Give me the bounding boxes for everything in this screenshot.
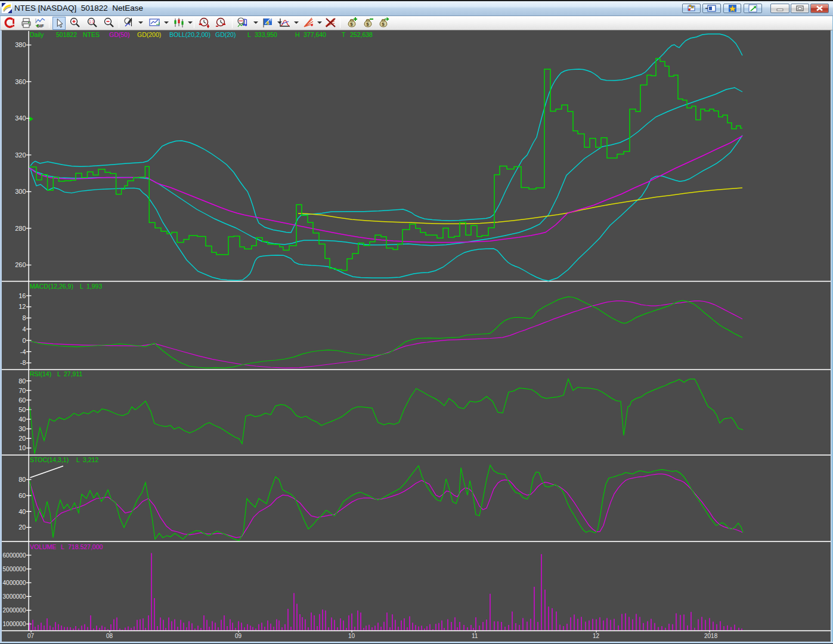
svg-text:-8: -8	[20, 359, 26, 366]
svg-text:GD(50): GD(50)	[109, 31, 129, 38]
svg-text:4: 4	[22, 326, 26, 333]
svg-text:STOC(14,3,1): STOC(14,3,1)	[30, 456, 69, 463]
svg-text:20: 20	[18, 524, 26, 531]
svg-text:11: 11	[472, 633, 478, 639]
svg-text:H: H	[295, 31, 300, 38]
svg-text:16: 16	[18, 292, 26, 299]
svg-text:8: 8	[22, 314, 26, 321]
svg-text:30: 30	[18, 425, 26, 432]
svg-text:377,640: 377,640	[304, 31, 326, 38]
svg-text:501822: 501822	[56, 31, 77, 38]
svg-text:1,993: 1,993	[86, 283, 102, 290]
svg-text:GD(200): GD(200)	[137, 31, 161, 38]
svg-text:252,638: 252,638	[350, 31, 373, 38]
svg-text:L: L	[80, 283, 83, 290]
svg-text:50: 50	[18, 406, 26, 413]
svg-text:L: L	[61, 543, 64, 550]
svg-text:VOLUME: VOLUME	[30, 543, 56, 550]
svg-text:NTES: NTES	[83, 31, 100, 38]
svg-text:300: 300	[15, 188, 26, 195]
svg-text:6000000: 6000000	[3, 552, 26, 559]
svg-text:2000000: 2000000	[3, 607, 26, 614]
svg-text:4000000: 4000000	[3, 580, 26, 586]
svg-text:60: 60	[18, 397, 26, 404]
svg-text:08: 08	[106, 633, 113, 639]
svg-text:$: $	[366, 21, 369, 27]
svg-text:12: 12	[593, 633, 600, 639]
svg-text:2018: 2018	[704, 633, 718, 639]
svg-text:1:1: 1:1	[89, 20, 94, 24]
svg-text:3,212: 3,212	[83, 456, 98, 463]
svg-text:GD(20): GD(20)	[215, 31, 236, 38]
svg-text:260: 260	[15, 261, 26, 268]
svg-text:27,911: 27,911	[64, 370, 82, 377]
svg-text:10: 10	[348, 633, 355, 639]
svg-text:Daily: Daily	[30, 31, 44, 38]
svg-text:RSI(14): RSI(14)	[30, 370, 51, 377]
svg-text:5000000: 5000000	[3, 566, 26, 572]
svg-text:$: $	[350, 21, 353, 27]
svg-text:333,950: 333,950	[255, 31, 277, 38]
svg-text:380: 380	[15, 41, 26, 48]
svg-text:280: 280	[15, 225, 26, 232]
svg-text:$: $	[267, 20, 270, 26]
svg-text:L: L	[76, 456, 80, 463]
svg-text:360: 360	[15, 78, 26, 85]
svg-text:718.527,000: 718.527,000	[68, 543, 103, 550]
svg-text:0: 0	[22, 337, 26, 344]
svg-text:10: 10	[18, 444, 26, 451]
svg-text:80: 80	[18, 476, 26, 483]
svg-text:40: 40	[18, 416, 26, 423]
svg-text:1000000: 1000000	[3, 621, 26, 627]
svg-text:MACD(12,26,9): MACD(12,26,9)	[30, 283, 73, 290]
svg-text:12: 12	[18, 303, 26, 310]
svg-text:340: 340	[15, 114, 26, 122]
svg-text:BOLL(20,2,00): BOLL(20,2,00)	[169, 31, 210, 38]
svg-text:320: 320	[15, 151, 26, 159]
svg-text:70: 70	[18, 387, 26, 394]
svg-text:T: T	[342, 31, 346, 38]
svg-text:07: 07	[27, 633, 35, 639]
svg-text:L: L	[57, 370, 61, 377]
svg-text:$: $	[382, 21, 385, 27]
svg-text:60: 60	[18, 492, 26, 499]
svg-text:-4: -4	[20, 348, 26, 355]
svg-text:80: 80	[18, 377, 26, 385]
svg-text:09: 09	[235, 633, 242, 639]
svg-text:L: L	[247, 31, 251, 38]
svg-text:40: 40	[18, 508, 26, 515]
svg-text:3000000: 3000000	[3, 593, 26, 600]
svg-text:20: 20	[18, 435, 26, 442]
